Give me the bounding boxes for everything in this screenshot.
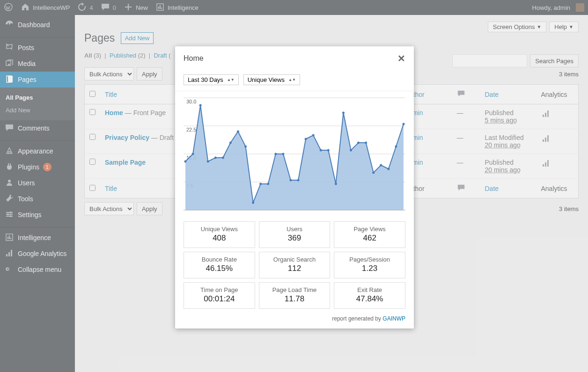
metric-card: Page Load Time11.78 [259, 282, 331, 309]
svg-text:30.0: 30.0 [186, 99, 196, 104]
svg-point-49 [244, 146, 247, 148]
svg-point-57 [305, 138, 307, 140]
analytics-chart: 30.022.515.07.5 [184, 93, 405, 215]
analytics-modal: Home ✕ Last 30 Days▲▼ Unique Views▲▼ 30.… [175, 46, 414, 328]
svg-text:22.5: 22.5 [186, 127, 196, 132]
svg-point-60 [327, 149, 330, 152]
svg-point-45 [214, 157, 217, 159]
metric-card: Pages/Session1.23 [334, 252, 405, 278]
svg-point-47 [229, 142, 232, 144]
svg-point-54 [282, 153, 284, 155]
svg-point-55 [289, 179, 292, 182]
svg-point-46 [222, 157, 224, 159]
svg-point-50 [252, 202, 254, 204]
svg-point-63 [350, 149, 352, 152]
svg-point-52 [267, 183, 269, 185]
svg-point-61 [335, 183, 337, 185]
svg-point-68 [387, 168, 390, 170]
svg-point-56 [297, 179, 300, 182]
close-icon[interactable]: ✕ [397, 53, 405, 64]
svg-point-44 [207, 160, 209, 163]
svg-point-42 [192, 153, 194, 155]
modal-title: Home [184, 54, 204, 63]
svg-point-51 [259, 183, 262, 185]
svg-point-41 [184, 160, 187, 163]
svg-point-64 [357, 142, 360, 144]
svg-point-58 [312, 134, 315, 137]
svg-point-70 [403, 123, 405, 125]
svg-point-67 [380, 164, 382, 167]
svg-point-43 [199, 104, 202, 107]
metric-card: Organic Search112 [259, 252, 331, 278]
metric-card: Unique Views408 [184, 221, 255, 248]
metric-card: Page Views462 [334, 221, 405, 248]
svg-point-65 [365, 142, 367, 144]
svg-point-69 [395, 146, 397, 148]
svg-point-53 [274, 153, 277, 155]
metric-card: Users369 [259, 221, 331, 248]
svg-point-62 [342, 112, 345, 114]
metric-card: Time on Page00:01:24 [184, 282, 255, 309]
metric-card: Exit Rate47.84% [334, 282, 405, 309]
svg-point-48 [237, 131, 239, 133]
metric-select[interactable]: Unique Views▲▼ [243, 74, 300, 85]
svg-point-59 [320, 149, 322, 152]
date-range-select[interactable]: Last 30 Days▲▼ [184, 74, 239, 85]
metric-card: Bounce Rate46.15% [184, 252, 255, 278]
svg-point-66 [372, 172, 375, 174]
gainwp-link[interactable]: GAINWP [382, 315, 405, 322]
